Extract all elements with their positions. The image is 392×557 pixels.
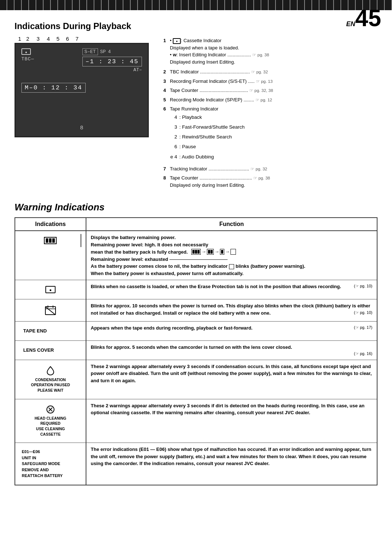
page-header: EN 45 (346, 7, 381, 30)
warning-section: Warning Indications Indications Function (15, 202, 377, 485)
cassette-function: Blinks when no cassette is loaded, or wh… (86, 280, 377, 299)
head-cleaning-label: HEAD CLEANINGREQUIREDUSE CLEANINGCASSETT… (20, 416, 81, 437)
info-item-7: 7 Tracking Indicator ...................… (163, 165, 377, 173)
info-content-1: • ●: Cassette Indicator Displayed when a… (170, 37, 269, 65)
table-header-indications: Indications (15, 218, 86, 231)
info-item-5: 5 Recording Mode Indicator (SP/EP) .....… (163, 96, 377, 104)
vcr-num-8-label: 8 (80, 125, 83, 131)
table-row-head-cleaning: HEAD CLEANINGREQUIREDUSE CLEANINGCASSETT… (15, 399, 377, 443)
vcr-display: ● TBC— S–ET SP 4 –1 : 23 : 45 AT– (15, 43, 149, 137)
clock-function: Blinks for approx. 10 seconds when the p… (86, 299, 377, 322)
info-item-6: 6 Tape Running Indicator 4: Playback 3: … (163, 105, 377, 163)
error-indication: E01—E06 UNIT IN SAFEGUARD MODE REMOVE AN… (15, 443, 86, 485)
playback-info: 1 • ●: Cassette Indicator Displayed when… (163, 21, 377, 191)
playback-title: Indications During Playback (15, 21, 152, 31)
error-label: E01—E06 UNIT IN SAFEGUARD MODE REMOVE AN… (20, 446, 81, 482)
vcr-num-3: 3 (37, 36, 40, 42)
tape-end-label: TAPE END (20, 324, 81, 338)
lens-cover-label: LENS COVER (20, 344, 81, 357)
table-row-condensation: CONDENSATIONOPERATION PAUSEDPLEASE WAIT … (15, 360, 377, 399)
vcr-num-1: 1 (18, 36, 21, 42)
battery-function: Displays the battery remaining power. Re… (86, 231, 377, 280)
vcr-main-counter: –1 : 23 : 45 (82, 57, 142, 66)
table-row-error: E01—E06 UNIT IN SAFEGUARD MODE REMOVE AN… (15, 443, 377, 485)
table-row-clock: Blinks for approx. 10 seconds when the p… (15, 299, 377, 322)
warning-table: Indications Function (15, 217, 377, 485)
vcr-number-labels: 1 2 3 4 5 6 7 (18, 36, 152, 42)
clock-indication (15, 299, 86, 322)
info-item-3: 3 Recording Format Indicator (S/S-ET) ..… (163, 78, 377, 85)
vcr-sp-num: 4 (108, 49, 111, 55)
head-cleaning-indication: HEAD CLEANINGREQUIREDUSE CLEANINGCASSETT… (15, 399, 86, 443)
vcr-at: AT– (82, 67, 142, 73)
page-en-label: EN (346, 20, 355, 28)
condensation-indication: CONDENSATIONOPERATION PAUSEDPLEASE WAIT (15, 360, 86, 399)
info-item-2: 2 TBC Indicator ........................… (163, 68, 377, 76)
cassette-indication: ● (15, 280, 86, 299)
vcr-num-6: 6 (66, 36, 69, 42)
info-num-1: 1 (163, 37, 168, 65)
vcr-center-area: S–ET SP 4 –1 : 23 : 45 AT– (82, 48, 142, 73)
lens-cover-function: Blinks for approx. 5 seconds when the ca… (86, 340, 377, 360)
vcr-num-7: 7 (75, 36, 78, 42)
condensation-icon (46, 366, 54, 375)
vcr-num-2: 2 (26, 36, 29, 42)
table-row-lens-cover: LENS COVER Blinks for approx. 5 seconds … (15, 340, 377, 360)
battery-indication (15, 231, 86, 280)
head-cleaning-icon (46, 405, 55, 414)
clock-icon (45, 305, 56, 315)
page-number: 45 (355, 7, 381, 30)
error-function: The error indications (E01 — E06) show w… (86, 443, 377, 485)
info-item-1: 1 • ●: Cassette Indicator Displayed when… (163, 37, 377, 65)
table-row-battery: Displays the battery remaining power. Re… (15, 231, 377, 280)
tape-end-indication: TAPE END (15, 322, 86, 341)
vcr-m-counter-area: M–0 : 12 : 34 (21, 83, 142, 93)
table-row-tape-end: TAPE END Appears when the tape ends duri… (15, 322, 377, 341)
top-stripe (0, 0, 392, 10)
vcr-display-wrapper: Indications During Playback 1 2 3 4 5 6 … (15, 21, 152, 191)
lens-cover-indication: LENS COVER (15, 340, 86, 360)
vcr-set-label: S–ET (82, 48, 98, 55)
info-item-4: 4 Tape Counter .........................… (163, 87, 377, 94)
warning-title: Warning Indications (15, 202, 377, 213)
vcr-num-4: 4 (47, 36, 50, 42)
head-cleaning-function: These 2 warnings appear alternately ever… (86, 399, 377, 443)
vcr-tbc: TBC— (21, 56, 34, 62)
tape-end-function: Appears when the tape ends during record… (86, 322, 377, 341)
vcr-cassette-area: ● TBC— (21, 48, 34, 62)
svg-line-4 (46, 307, 55, 314)
table-row-cassette: ● Blinks when no cassette is loaded, or … (15, 280, 377, 299)
vcr-m-counter: M–0 : 12 : 34 (21, 83, 86, 93)
condensation-function: These 2 warnings appear alternately ever… (86, 360, 377, 399)
vcr-sp-label: SP (100, 49, 106, 55)
vcr-num-5: 5 (56, 36, 59, 42)
playback-section: Indications During Playback 1 2 3 4 5 6 … (15, 21, 377, 191)
table-header-function: Function (86, 218, 377, 231)
info-item-8: 8 Tape Counter .........................… (163, 174, 377, 189)
condensation-label: CONDENSATIONOPERATION PAUSEDPLEASE WAIT (20, 377, 81, 393)
